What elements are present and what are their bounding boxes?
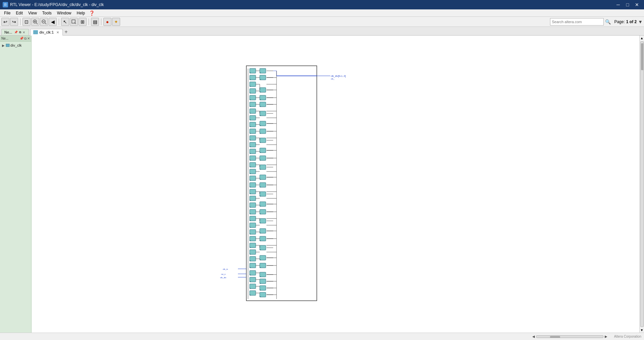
tab-div-clk-close[interactable]: ✕: [56, 31, 59, 34]
svg-rect-45: [260, 95, 266, 100]
scroll-up-btn[interactable]: ▲: [640, 36, 644, 41]
svg-rect-187: [250, 271, 256, 275]
svg-rect-51: [260, 102, 266, 107]
schematic: clk_div[N-1..0] clk_ clk_in rst_n clk_di…: [32, 36, 644, 333]
fit-zoom-button[interactable]: ⊞: [79, 18, 87, 26]
toolbar: ↩ ↪ ⊡ ◀ ↖ ⊞ ▤ ● ✦ 🔍 Page: 1 of 2 ▼: [0, 17, 644, 27]
svg-rect-128: [250, 196, 256, 201]
svg-rect-150: [250, 223, 256, 228]
tab-hierarchy-label: Ne...: [4, 30, 12, 34]
add-tab-button[interactable]: +: [63, 29, 69, 35]
svg-rect-153: [250, 230, 256, 234]
minimize-button[interactable]: ─: [614, 1, 623, 8]
schematic-svg: clk_div[N-1..0] clk_ clk_in rst_n clk_di…: [32, 36, 642, 333]
svg-rect-71: [250, 129, 256, 134]
svg-rect-133: [260, 202, 266, 206]
svg-rect-115: [250, 183, 256, 187]
svg-rect-77: [250, 136, 256, 140]
hier-module-icon: [6, 44, 10, 47]
nav-back-button[interactable]: ◀: [49, 18, 57, 26]
hier-div-clk-label: div_clk: [10, 43, 22, 47]
svg-rect-65: [250, 122, 256, 127]
select-button[interactable]: ↖: [61, 18, 69, 26]
svg-rect-109: [250, 176, 256, 181]
svg-rect-49: [250, 102, 256, 107]
page-label: Page:: [614, 19, 625, 24]
highlight-button[interactable]: ●: [103, 18, 111, 26]
menu-tools[interactable]: Tools: [40, 10, 54, 16]
tab-div-clk[interactable]: div_clk:1 ✕: [30, 29, 63, 36]
hier-float-btn[interactable]: ⧉: [24, 37, 27, 41]
help-icon[interactable]: ❓: [89, 10, 95, 16]
svg-rect-62: [250, 115, 256, 120]
scroll-right-btn[interactable]: ▶: [605, 335, 607, 338]
tab-hierarchy-close[interactable]: ✕: [22, 31, 25, 34]
menu-help[interactable]: Help: [74, 10, 88, 16]
svg-rect-205: [250, 291, 256, 295]
h-scrollbar-thumb: [550, 336, 560, 338]
svg-rect-145: [260, 218, 266, 223]
redo-button[interactable]: ↪: [10, 18, 18, 26]
canvas-area[interactable]: clk_div[N-1..0] clk_ clk_in rst_n clk_di…: [32, 36, 644, 333]
undo-button[interactable]: ↩: [1, 18, 9, 26]
menu-window[interactable]: Window: [54, 10, 74, 16]
svg-rect-84: [250, 142, 256, 147]
search-input[interactable]: [550, 18, 604, 26]
tab-hierarchy-pin[interactable]: 📌: [14, 31, 18, 34]
svg-rect-35: [260, 88, 266, 92]
svg-rect-55: [250, 109, 256, 113]
menu-file[interactable]: File: [1, 10, 13, 16]
svg-rect-67: [260, 121, 266, 126]
menu-view[interactable]: View: [26, 10, 40, 16]
tab-div-clk-label: div_clk:1: [39, 30, 54, 34]
svg-rect-195: [260, 279, 266, 284]
zoom-select-button[interactable]: [70, 18, 78, 26]
hierarchy-panel: Ne... 📌 ⧉ ✕ ▶ div_clk: [0, 36, 32, 333]
window-controls: ─ □ ✕: [614, 1, 641, 8]
star-button[interactable]: ✦: [112, 18, 120, 26]
hier-close-btn[interactable]: ✕: [27, 37, 30, 41]
page-indicator: Page: 1 of 2 ▼: [614, 19, 643, 25]
zoom-in-button[interactable]: [31, 18, 39, 26]
svg-rect-201: [260, 286, 266, 290]
main-layout: Ne... 📌 ⧉ ✕ ▶ div_clk: [0, 36, 644, 333]
svg-rect-207: [260, 292, 266, 297]
svg-rect-9: [6, 44, 9, 47]
svg-rect-167: [260, 245, 266, 250]
hier-item-div-clk[interactable]: ▶ div_clk: [1, 43, 30, 48]
svg-rect-143: [250, 216, 256, 221]
hierarchy-title: Ne...: [1, 37, 8, 40]
svg-rect-199: [250, 284, 256, 289]
tab-hierarchy-float[interactable]: ⧉: [19, 31, 21, 34]
hier-pin-btn[interactable]: 📌: [19, 37, 23, 41]
tab-div-clk-icon: [33, 30, 38, 34]
menu-edit[interactable]: Edit: [13, 10, 26, 16]
svg-rect-79: [260, 138, 266, 143]
scroll-left-btn[interactable]: ◀: [532, 335, 535, 338]
search-icon[interactable]: 🔍: [605, 19, 611, 25]
svg-rect-20: [260, 68, 266, 73]
scroll-down-btn[interactable]: ▼: [640, 328, 644, 333]
tab-hierarchy[interactable]: Ne... 📌 ⧉ ✕: [1, 29, 29, 35]
close-button[interactable]: ✕: [633, 1, 641, 8]
maximize-button[interactable]: □: [623, 1, 632, 8]
filter-button[interactable]: ▤: [91, 18, 99, 26]
svg-rect-183: [260, 263, 266, 268]
zoom-out-button[interactable]: [40, 18, 48, 26]
h-scrollbar[interactable]: [536, 335, 603, 338]
titlebar: R RTL Viewer - E:/study/FPGA/div_clk/div…: [0, 0, 644, 9]
titlebar-left: R RTL Viewer - E:/study/FPGA/div_clk/div…: [3, 2, 104, 7]
zoom-fit-button[interactable]: ⊡: [22, 18, 31, 26]
hier-expand-arrow[interactable]: ▶: [2, 44, 5, 47]
v-scrollbar-track[interactable]: [640, 41, 644, 327]
toolbar-separator-1: [20, 18, 20, 25]
svg-rect-193: [250, 277, 256, 282]
output-sublabel: clk_: [331, 78, 335, 80]
svg-rect-175: [250, 256, 256, 261]
svg-text:clk_div: clk_div: [220, 277, 226, 279]
svg-rect-189: [260, 272, 266, 277]
v-scrollbar-container: ▲ ▼: [639, 36, 644, 333]
page-down-arrow[interactable]: ▼: [638, 19, 643, 25]
tabbar: Ne... 📌 ⧉ ✕ div_clk:1 ✕ +: [0, 27, 644, 36]
svg-rect-106: [250, 169, 256, 174]
